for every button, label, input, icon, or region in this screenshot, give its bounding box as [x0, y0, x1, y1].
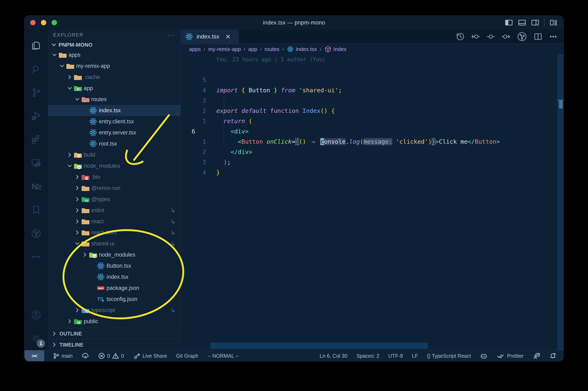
minimize-window-button[interactable] — [41, 20, 46, 25]
more-actions-icon[interactable] — [549, 32, 558, 41]
chevron-right-icon[interactable] — [66, 74, 73, 80]
prev-change-icon[interactable] — [471, 32, 480, 41]
eol[interactable]: LF — [412, 353, 418, 359]
code-line[interactable]: 4 — [181, 75, 564, 85]
code-line[interactable]: 1 <div> — [181, 106, 564, 116]
chevron-right-icon[interactable] — [66, 152, 73, 158]
activity-run-debug-icon[interactable] — [24, 104, 48, 128]
tree-item-entry-server-tsx[interactable]: entry.server.tsx — [48, 127, 181, 138]
tree-item-node-modules[interactable]: JS node_modules — [48, 249, 181, 260]
code-area[interactable]: You, 23 hours ago | 1 author (You) 5 imp… — [181, 54, 564, 350]
chevron-down-icon[interactable] — [66, 85, 73, 91]
tab-index-tsx[interactable]: index.tsx ✕ — [181, 30, 239, 44]
tree-item-app[interactable]: ⚙ app — [48, 83, 181, 94]
chevron-right-icon[interactable] — [74, 307, 81, 313]
code-line[interactable]: 6 <Button onClick={() ⇒ console.log(mess… — [181, 116, 564, 126]
activity-git-graph-icon[interactable] — [24, 222, 48, 245]
tree-item--types[interactable]: TS @types — [48, 194, 181, 205]
chevron-right-icon[interactable] — [74, 218, 81, 224]
close-tab-icon[interactable]: ✕ — [225, 33, 231, 40]
layout-sidebar-left-icon[interactable] — [505, 18, 513, 27]
activity-settings-icon[interactable]: 1 — [24, 327, 48, 350]
tree-item-routes[interactable]: routes — [48, 94, 181, 105]
tree-item-entry-client-tsx[interactable]: entry.client.tsx — [48, 116, 181, 127]
code-line[interactable]: 2 return ( — [181, 96, 564, 106]
layout-customize-icon[interactable] — [550, 18, 558, 27]
chevron-down-icon[interactable] — [66, 163, 73, 169]
activity-bookmarks-icon[interactable] — [24, 198, 48, 222]
breadcrumb-item[interactable]: app — [248, 46, 257, 52]
breadcrumb-item[interactable]: my-remix-app — [208, 46, 241, 52]
git-graph-button[interactable]: Git Graph — [176, 353, 198, 359]
tree-item--bin[interactable]: 0110 .bin — [48, 172, 181, 183]
tree-item-shared-ui[interactable]: shared-ui↳ — [48, 238, 181, 249]
code-line[interactable]: 2 ); — [181, 136, 564, 147]
remote-indicator[interactable]: >< — [24, 350, 44, 361]
zoom-window-button[interactable] — [52, 20, 57, 25]
encoding[interactable]: UTF-8 — [388, 353, 403, 359]
activity-remote-explorer-icon[interactable] — [24, 151, 48, 175]
change-icon[interactable] — [486, 32, 495, 41]
sync-button[interactable] — [82, 352, 89, 360]
tree-item-tsconfig-json[interactable]: TS⚙ tsconfig.json — [48, 293, 181, 305]
live-share-button[interactable]: Live Share — [133, 352, 167, 360]
vertical-scrollbar[interactable] — [557, 54, 564, 350]
chevron-down-icon[interactable] — [74, 241, 81, 247]
tree-item-typescript[interactable]: TS typescript↳ — [48, 305, 181, 316]
chevron-down-icon[interactable] — [58, 63, 66, 69]
notifications-bell[interactable] — [549, 352, 557, 360]
cursor-position[interactable]: Ln 6, Col 30 — [320, 353, 347, 359]
tree-item-button-tsx[interactable]: Button.tsx — [48, 260, 181, 271]
code-line[interactable]: 4 — [181, 157, 564, 167]
tree-item-my-remix-app[interactable]: my-remix-app — [48, 60, 181, 72]
branch-indicator[interactable]: main — [52, 352, 73, 359]
code-line[interactable]: 5 import { Button } from 'shared-ui'; — [181, 65, 564, 75]
breadcrumb-item[interactable]: Index — [324, 46, 347, 53]
chevron-down-icon[interactable] — [74, 96, 81, 102]
activity-more-icon[interactable] — [24, 245, 48, 269]
formatter-status[interactable]: Prettier — [497, 352, 524, 359]
title-bar[interactable]: index.tsx — pnpm-mono — [24, 16, 564, 30]
split-editor-icon[interactable] — [534, 32, 543, 41]
activity-explorer-icon[interactable] — [24, 34, 48, 58]
activity-source-control-icon[interactable] — [24, 81, 48, 104]
tree-item--remix-run[interactable]: @remix-run — [48, 183, 181, 194]
gitgraph-icon[interactable] — [517, 31, 527, 42]
activity-extensions-icon[interactable] — [24, 128, 48, 151]
chevron-right-icon[interactable] — [74, 174, 81, 180]
close-window-button[interactable] — [30, 20, 36, 25]
code-line[interactable]: 3 export default function Index() { — [181, 85, 564, 96]
section-timeline[interactable]: TIMELINE — [48, 339, 181, 350]
horizontal-scrollbar[interactable] — [210, 343, 428, 349]
chevron-right-icon[interactable] — [74, 185, 81, 191]
chevron-down-icon[interactable] — [51, 52, 58, 58]
chevron-right-icon[interactable] — [66, 318, 73, 324]
tree-item-index-tsx[interactable]: index.tsx — [48, 105, 181, 116]
breadcrumb-item[interactable]: apps — [189, 46, 201, 52]
activity-accounts-icon[interactable] — [24, 303, 48, 327]
tree-item-react-dom[interactable]: react-dom↳ — [48, 227, 181, 238]
feedback-button[interactable] — [533, 352, 540, 360]
tree-item-index-tsx[interactable]: index.tsx — [48, 271, 181, 283]
layout-sidebar-right-icon[interactable] — [531, 18, 539, 27]
tree-item-react[interactable]: react↳ — [48, 216, 181, 227]
tree-item--cache[interactable]: .cache — [48, 72, 181, 83]
tree-item-root-tsx[interactable]: root.tsx — [48, 138, 181, 149]
tree-item-node-modules[interactable]: JS node_modules — [48, 160, 181, 172]
workspace-root-row[interactable]: PNPM-MONO — [48, 40, 181, 49]
tree-item-build[interactable]: build — [48, 149, 181, 160]
explorer-more-actions-icon[interactable]: ··· — [167, 31, 175, 38]
activity-nx-console-icon[interactable]: N≥ — [24, 175, 48, 198]
code-line[interactable]: 3 } — [181, 147, 564, 157]
layout-panel-icon[interactable] — [518, 18, 526, 27]
section-outline[interactable]: OUTLINE — [48, 328, 181, 339]
activity-search-icon[interactable] — [24, 58, 48, 81]
breadcrumb-item[interactable]: index.tsx — [287, 46, 317, 53]
history-icon[interactable] — [456, 32, 465, 41]
breadcrumb-item[interactable]: routes — [265, 46, 279, 52]
tree-item-package-json[interactable]: npm package.json — [48, 283, 181, 293]
indentation[interactable]: Spaces: 2 — [357, 353, 379, 359]
tree-item-eslint[interactable]: eslint↳ — [48, 205, 181, 216]
next-change-icon[interactable] — [501, 32, 510, 41]
tree-item-public[interactable]: public — [48, 316, 181, 327]
